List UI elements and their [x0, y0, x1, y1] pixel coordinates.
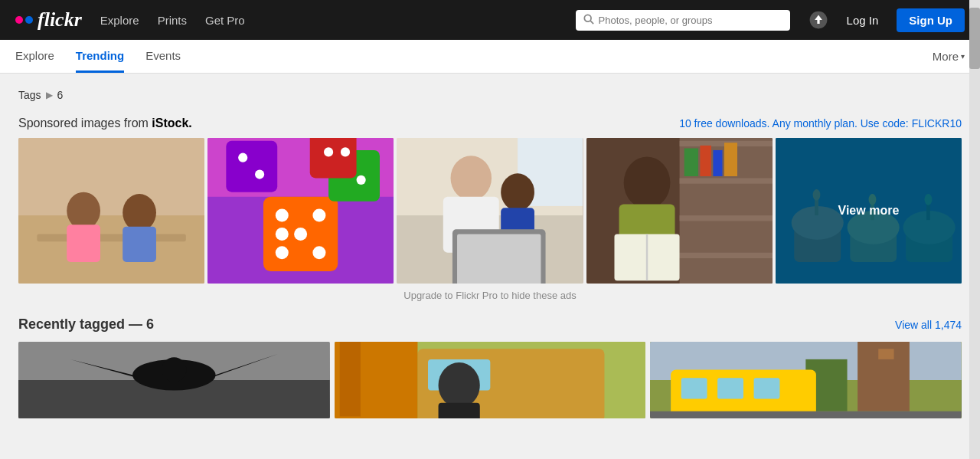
main-content: Tags ▶ 6 Sponsored images from iStock. 1… [0, 74, 980, 459]
svg-point-76 [438, 362, 479, 408]
sec-nav-explore[interactable]: Explore [15, 40, 54, 73]
istock-promo-link[interactable]: 10 free downloads. Any monthly plan. Use… [679, 117, 962, 130]
svg-rect-41 [679, 178, 773, 183]
sec-nav-events[interactable]: Events [145, 40, 181, 73]
svg-point-28 [341, 147, 350, 156]
secondary-nav-links: Explore Trending Events [15, 40, 181, 73]
sponsored-img-2[interactable] [207, 138, 394, 284]
svg-rect-5 [18, 215, 204, 284]
recently-tagged-title: Recently tagged — 6 [18, 316, 154, 333]
svg-rect-47 [724, 143, 737, 176]
svg-point-15 [294, 228, 307, 241]
svg-line-1 [590, 21, 593, 24]
search-bar [576, 10, 790, 31]
sponsored-img-3[interactable] [397, 138, 583, 284]
svg-point-0 [584, 15, 591, 21]
svg-rect-37 [457, 234, 541, 284]
svg-point-19 [276, 228, 289, 241]
view-more-label: View more [838, 204, 900, 218]
tagged-img-2[interactable] [335, 342, 646, 418]
logo-dots [15, 16, 33, 24]
logo-text: flickr [38, 8, 82, 31]
svg-point-70 [162, 357, 187, 382]
sponsored-img-1[interactable] [18, 138, 204, 284]
svg-rect-85 [717, 378, 743, 398]
scrollbar[interactable] [969, 0, 980, 459]
svg-point-17 [276, 246, 289, 259]
svg-rect-42 [679, 215, 773, 221]
tagged-img-3[interactable] [650, 342, 962, 418]
upgrade-note: Upgrade to Flickr Pro to hide these ads [18, 290, 962, 301]
secondary-nav: Explore Trending Events More ▾ [0, 40, 980, 74]
svg-rect-43 [679, 253, 773, 258]
sponsored-images: View more [18, 138, 962, 284]
breadcrumb-parent[interactable]: Tags [18, 89, 41, 101]
recently-tagged-images [18, 342, 962, 418]
svg-point-18 [313, 246, 326, 259]
istock-brand: iStock. [152, 116, 191, 130]
svg-rect-81 [879, 349, 894, 359]
breadcrumb: Tags ▶ 6 [18, 89, 962, 101]
svg-rect-77 [438, 403, 479, 418]
nav-prints[interactable]: Prints [158, 14, 187, 27]
svg-point-27 [324, 147, 333, 156]
svg-rect-26 [310, 138, 357, 178]
search-input[interactable] [599, 15, 782, 26]
view-more-overlay[interactable]: View more [776, 138, 962, 284]
svg-rect-84 [681, 378, 707, 398]
signup-button[interactable]: Sign Up [897, 8, 965, 32]
sponsored-header: Sponsored images from iStock. 10 free do… [18, 116, 962, 130]
svg-point-24 [238, 153, 247, 162]
sponsored-section: Sponsored images from iStock. 10 free do… [18, 116, 962, 301]
svg-rect-23 [227, 141, 278, 192]
svg-point-25 [255, 169, 264, 179]
recently-tagged-section: Recently tagged — 6 View all 1,474 [18, 316, 962, 418]
svg-rect-45 [700, 146, 711, 176]
svg-rect-44 [684, 149, 697, 176]
breadcrumb-chevron-icon: ▶ [46, 90, 53, 100]
svg-rect-6 [37, 234, 186, 241]
svg-rect-75 [339, 342, 360, 416]
sponsored-img-4[interactable] [586, 138, 773, 284]
recently-tagged-header: Recently tagged — 6 View all 1,474 [18, 316, 962, 333]
sec-nav-trending[interactable]: Trending [76, 40, 124, 73]
upload-button[interactable] [808, 10, 828, 30]
flickr-logo[interactable]: flickr [15, 8, 82, 31]
login-button[interactable]: Log In [847, 14, 879, 27]
svg-point-16 [313, 209, 326, 222]
svg-rect-10 [122, 227, 156, 262]
tagged-img-1[interactable] [18, 342, 330, 418]
svg-rect-86 [754, 378, 780, 398]
dot-pink [15, 16, 23, 24]
svg-point-34 [501, 173, 535, 211]
sponsored-title: Sponsored images from iStock. [18, 116, 192, 130]
svg-point-9 [122, 194, 156, 231]
breadcrumb-current: 6 [57, 89, 64, 101]
svg-rect-46 [713, 150, 722, 176]
chevron-down-icon: ▾ [961, 52, 965, 61]
scrollbar-thumb[interactable] [969, 8, 980, 69]
sponsored-prefix: Sponsored images from [18, 116, 152, 130]
svg-rect-89 [650, 411, 962, 418]
search-icon [583, 14, 594, 27]
more-button[interactable]: More ▾ [933, 50, 965, 63]
svg-point-22 [357, 175, 366, 185]
view-all-link[interactable]: View all 1,474 [895, 319, 962, 331]
svg-point-7 [67, 192, 100, 230]
top-nav: flickr Explore Prints Get Pro Log In Sig… [0, 0, 980, 40]
nav-explore[interactable]: Explore [100, 14, 139, 27]
svg-point-14 [276, 209, 289, 222]
nav-getpro[interactable]: Get Pro [205, 14, 245, 27]
sponsored-img-5[interactable]: View more [776, 138, 962, 284]
svg-point-32 [451, 156, 492, 200]
svg-point-48 [623, 156, 670, 208]
dot-blue [25, 16, 33, 24]
svg-rect-8 [67, 225, 100, 262]
